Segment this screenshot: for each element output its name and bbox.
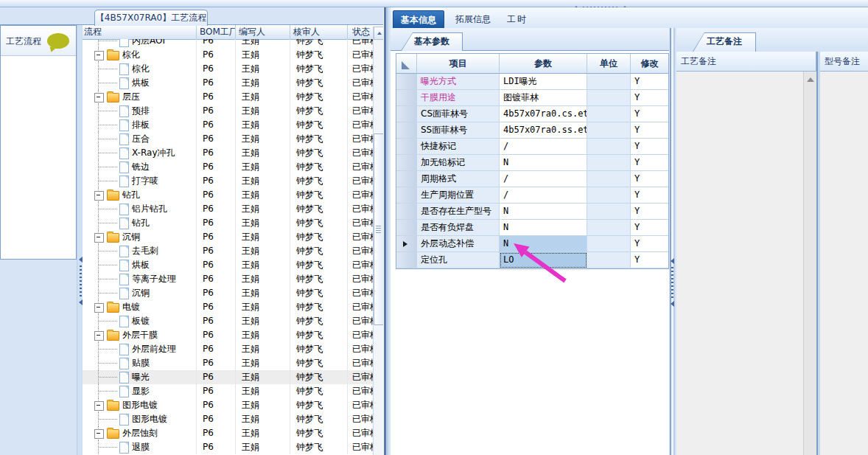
tree-row[interactable]: 曝光P6王娟钟梦飞已审核 xyxy=(83,370,374,384)
tree-node[interactable]: 棕化 xyxy=(83,62,197,76)
tree-row[interactable]: 外层蚀刻P6王娟钟梦飞已审核 xyxy=(83,426,374,440)
param-unit-cell[interactable] xyxy=(587,139,631,155)
param-unit-cell[interactable] xyxy=(587,90,631,106)
tab-work-hours[interactable]: 工时 xyxy=(500,10,535,28)
tree-row[interactable]: 钻孔P6王娟钟梦飞已审核 xyxy=(83,188,374,202)
row-selector-cell[interactable] xyxy=(396,187,417,204)
row-selector-cell[interactable] xyxy=(396,171,417,187)
tree-row[interactable]: 等离子处理P6王娟钟梦飞已审核 xyxy=(83,272,374,286)
document-tab[interactable]: 【4B57X07RA0】工艺流程 xyxy=(94,10,208,26)
tree-node[interactable]: 沉铜 xyxy=(83,230,197,244)
params-column-header[interactable]: 项目 xyxy=(417,54,500,74)
tree-node[interactable]: 烘板 xyxy=(83,258,197,272)
row-selector-cell[interactable] xyxy=(396,106,417,122)
param-value-cell[interactable]: 4b57x07ra0.cs.etch xyxy=(500,106,587,122)
tree-node[interactable]: 钻孔 xyxy=(83,216,197,230)
splitter-collapse-handle[interactable] xyxy=(669,258,676,307)
tab-extended-info[interactable]: 拓展信息 xyxy=(448,10,498,28)
tab-basic-info[interactable]: 基本信息 xyxy=(393,10,444,29)
param-value-cell[interactable]: / xyxy=(500,171,587,187)
params-column-header[interactable]: 单位 xyxy=(587,54,631,74)
vertical-splitter[interactable] xyxy=(669,28,676,455)
param-item-cell[interactable]: 周期格式 xyxy=(417,171,500,187)
tree-node[interactable]: 内层AOI xyxy=(83,39,197,48)
param-value-cell[interactable]: N xyxy=(500,204,587,220)
tree-row[interactable]: 退膜P6王娟钟梦飞已审核 xyxy=(83,440,374,454)
param-row[interactable]: SS面菲林号4b57x07ra0.ss.etchY xyxy=(396,122,668,139)
collapse-minus-icon[interactable] xyxy=(94,233,104,243)
notes-scrollbar[interactable] xyxy=(803,72,817,455)
tree-row[interactable]: 棕化P6王娟钟梦飞已审核 xyxy=(83,48,374,62)
tree-node[interactable]: 图形电镀 xyxy=(83,412,197,426)
param-unit-cell[interactable] xyxy=(587,204,631,220)
tree-node[interactable]: 外层前处理 xyxy=(83,342,197,356)
tree-vertical-scrollbar[interactable] xyxy=(373,27,383,455)
tree-node[interactable]: 铝片钻孔 xyxy=(83,202,197,216)
tree-row[interactable]: X-Ray冲孔P6王娟钟梦飞已审核 xyxy=(83,146,374,160)
param-row[interactable]: 生产周期位置/Y xyxy=(396,187,668,204)
param-modify-cell[interactable]: Y xyxy=(631,90,668,106)
tree-node[interactable]: 沉铜 xyxy=(83,286,197,300)
model-notes-content[interactable] xyxy=(820,72,868,455)
param-row[interactable]: 快捷标记/Y xyxy=(396,139,668,155)
row-selector-cell[interactable] xyxy=(396,220,417,236)
tree-row[interactable]: 贴膜P6王娟钟梦飞已审核 xyxy=(83,356,374,370)
param-unit-cell[interactable] xyxy=(587,236,631,252)
row-selector-cell[interactable] xyxy=(396,74,417,90)
tree-node[interactable]: 铣边 xyxy=(83,160,197,174)
tree-node[interactable]: 打字唛 xyxy=(83,174,197,188)
scroll-up-button[interactable] xyxy=(374,27,383,40)
tree-node[interactable]: 烘板 xyxy=(83,76,197,90)
tree-column-header[interactable]: 编写人 xyxy=(236,25,290,39)
collapse-minus-icon[interactable] xyxy=(94,303,104,313)
tree-column-header[interactable]: 状态 xyxy=(348,25,374,39)
tree-node[interactable]: 外层干膜 xyxy=(83,328,197,342)
param-item-cell[interactable]: 干膜用途 xyxy=(417,90,500,106)
tree-row[interactable]: 铣边P6王娟钟梦飞已审核 xyxy=(83,160,374,174)
param-unit-cell[interactable] xyxy=(587,252,631,268)
tree-row[interactable]: 排板P6王娟钟梦飞已审核 xyxy=(83,118,374,132)
params-corner-cell[interactable] xyxy=(396,54,417,74)
tree-node[interactable]: 退膜 xyxy=(83,440,197,454)
collapse-minus-icon[interactable] xyxy=(94,331,104,341)
param-modify-cell[interactable]: Y xyxy=(631,106,668,122)
param-value-cell[interactable]: 4b57x07ra0.ss.etch xyxy=(500,122,587,139)
tree-row[interactable]: 外层干膜P6王娟钟梦飞已审核 xyxy=(83,328,374,342)
tree-row[interactable]: 压合P6王娟钟梦飞已审核 xyxy=(83,132,374,146)
row-selector-cell[interactable] xyxy=(396,236,417,252)
row-selector-cell[interactable] xyxy=(396,90,417,106)
scrollbar-thumb[interactable] xyxy=(374,133,383,325)
param-item-cell[interactable]: 是否存在生产型号 xyxy=(417,204,500,220)
tree-node[interactable]: 贴膜 xyxy=(83,356,197,370)
tree-row[interactable]: 钻孔P6王娟钟梦飞已审核 xyxy=(83,216,374,230)
param-modify-cell[interactable]: Y xyxy=(631,171,668,187)
param-value-cell[interactable]: N xyxy=(500,155,587,171)
tree-row[interactable]: 预排P6王娟钟梦飞已审核 xyxy=(83,104,374,118)
tree-node[interactable]: 等离子处理 xyxy=(83,272,197,286)
param-item-cell[interactable]: 生产周期位置 xyxy=(417,187,500,204)
tree-column-header[interactable]: 流程 xyxy=(83,25,197,39)
param-unit-cell[interactable] xyxy=(587,74,631,90)
tree-column-header[interactable]: 核审人 xyxy=(290,25,348,39)
tree-row[interactable]: 内层AOIP6王娟钟梦飞已审核 xyxy=(83,39,374,48)
param-modify-cell[interactable]: Y xyxy=(631,236,668,252)
param-modify-cell[interactable]: Y xyxy=(631,204,668,220)
param-modify-cell[interactable]: Y xyxy=(631,122,668,139)
tree-row[interactable]: 去毛刺P6王娟钟梦飞已审核 xyxy=(83,244,374,258)
tree-row[interactable]: 显影P6王娟钟梦飞已审核 xyxy=(83,384,374,398)
tree-node[interactable]: 图形电镀 xyxy=(83,398,197,412)
tree-row[interactable]: 打字唛P6王娟钟梦飞已审核 xyxy=(83,174,374,188)
param-item-cell[interactable]: 加无铅标记 xyxy=(417,155,500,171)
tree-row[interactable]: 图形电镀P6王娟钟梦飞已审核 xyxy=(83,398,374,412)
speech-bubble-icon[interactable] xyxy=(47,33,69,49)
param-modify-cell[interactable]: Y xyxy=(631,74,668,90)
tree-node[interactable]: 压合 xyxy=(83,132,197,146)
tree-node[interactable]: 层压 xyxy=(83,90,197,104)
tree-node[interactable]: 预排 xyxy=(83,104,197,118)
row-selector-cell[interactable] xyxy=(396,252,417,268)
param-item-cell[interactable]: 曝光方式 xyxy=(417,74,500,90)
tree-node[interactable]: 排板 xyxy=(83,118,197,132)
param-row[interactable]: 周期格式/Y xyxy=(396,171,668,187)
tree-node[interactable]: 棕化 xyxy=(83,48,197,62)
param-value-cell[interactable]: / xyxy=(500,139,587,155)
